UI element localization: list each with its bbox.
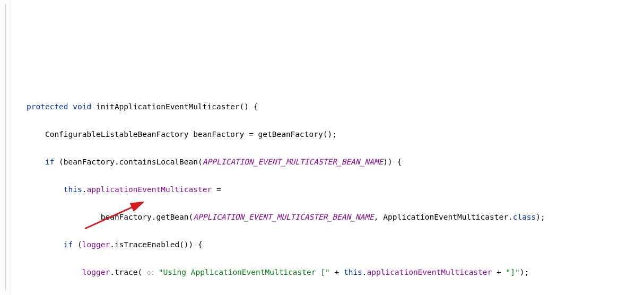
string-literal: "Using ApplicationEventMulticaster [" (159, 268, 330, 276)
code-text: () { (240, 102, 258, 111)
code-text: beanFactory = (189, 130, 258, 138)
code-text: + (492, 268, 506, 276)
code-text: ( (138, 268, 147, 276)
method-call: containsLocalBean (119, 158, 198, 166)
constant: APPLICATION_EVENT_MULTICASTER_BEAN_NAME (193, 213, 373, 221)
keyword: if (45, 158, 54, 166)
method-call: getBean (156, 213, 188, 221)
code-text: . (508, 213, 513, 221)
method-call: trace (115, 268, 138, 276)
keyword: void (73, 102, 91, 111)
type-name: ApplicationEventMulticaster (383, 213, 508, 221)
code-text: ( (73, 240, 82, 249)
field-ref: logger (82, 240, 110, 249)
field-ref: applicationEventMulticaster (87, 185, 212, 194)
code-text: ); (520, 268, 529, 276)
method-call: isTraceEnabled (115, 240, 179, 249)
keyword: if (64, 240, 73, 249)
field-ref: applicationEventMulticaster (367, 268, 492, 276)
code-text: . (82, 185, 87, 194)
code-line: this.applicationEventMulticaster = (27, 183, 644, 196)
method-name: initApplicationEventMulticaster (96, 102, 240, 111)
type-name: ConfigurableListableBeanFactory (45, 130, 189, 138)
editor-gutter (0, 0, 11, 295)
code-line: beanFactory.getBean(APPLICATION_EVENT_MU… (27, 210, 644, 224)
code-text: = (212, 185, 221, 194)
code-text: . (362, 268, 367, 276)
code-text: ); (536, 213, 545, 221)
code-line: protected void initApplicationEventMulti… (27, 100, 644, 114)
code-text: , (374, 213, 383, 221)
code-text: ( (189, 213, 194, 221)
keyword: protected (27, 102, 68, 111)
code-text: (beanFactory. (54, 158, 119, 166)
code-text: beanFactory. (101, 213, 156, 221)
code-editor[interactable]: protected void initApplicationEventMulti… (11, 86, 644, 295)
param-hint: o: (147, 269, 159, 276)
code-line: } (27, 293, 644, 295)
code-text: )) { (383, 158, 402, 166)
code-line: logger.trace( o: "Using ApplicationEvent… (27, 265, 644, 279)
code-text: ( (198, 158, 203, 166)
code-line: if (beanFactory.containsLocalBean(APPLIC… (27, 155, 644, 169)
field-ref: logger (82, 268, 110, 276)
code-text: ()) { (179, 240, 203, 249)
keyword-this: this (344, 268, 362, 276)
code-text: . (110, 240, 115, 249)
code-text: . (110, 268, 115, 276)
keyword-this: this (64, 185, 82, 194)
method-call: getBeanFactory (258, 130, 323, 138)
code-line: if (logger.isTraceEnabled()) { (27, 238, 644, 251)
string-literal: "]" (506, 268, 519, 276)
code-text: + (330, 268, 344, 276)
code-line: ConfigurableListableBeanFactory beanFact… (27, 127, 644, 141)
constant: APPLICATION_EVENT_MULTICASTER_BEAN_NAME (203, 158, 383, 166)
code-text: (); (323, 130, 337, 138)
keyword: class (513, 213, 536, 221)
